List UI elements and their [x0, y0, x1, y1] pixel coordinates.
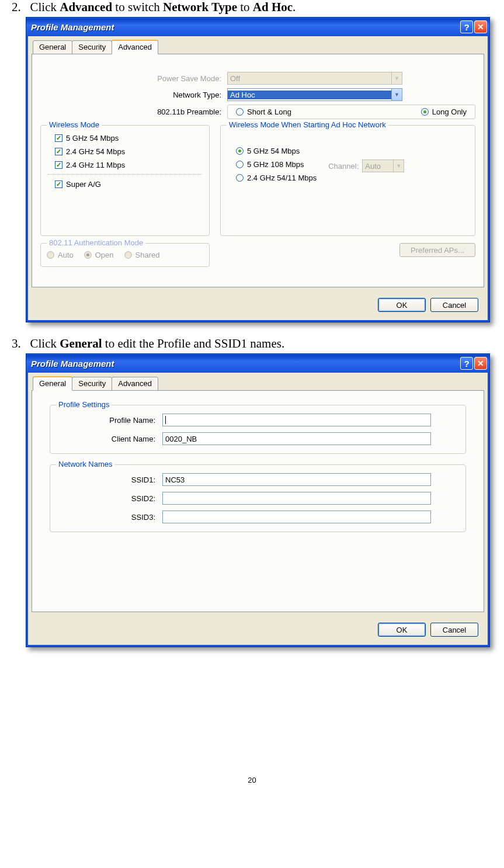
- network-type-combo[interactable]: Ad Hoc ▼: [227, 88, 402, 101]
- network-names-group: Network Names SSID1: NC53 SSID2: SSID3:: [50, 464, 466, 532]
- tab-general[interactable]: General: [33, 40, 72, 55]
- close-button[interactable]: ✕: [474, 20, 487, 33]
- radio-auth-auto: Auto: [47, 251, 74, 259]
- profile-settings-legend: Profile Settings: [56, 400, 112, 409]
- client-name-input[interactable]: 0020_NB: [162, 432, 431, 445]
- client-name-label: Client Name:: [57, 435, 162, 443]
- dialog-buttons: OK Cancel: [32, 293, 484, 317]
- ssid3-input[interactable]: [162, 511, 431, 523]
- dialog-body: General Security Advanced Power Save Mod…: [26, 36, 489, 322]
- radio-long-only[interactable]: Long Only: [421, 107, 467, 116]
- chk-super-ag[interactable]: ✓Super A/G: [55, 180, 101, 189]
- profile-management-dialog-general: Profile Management ? ✕ General Security …: [26, 353, 490, 647]
- wireless-mode-group: Wireless Mode ✓5 GHz 54 Mbps ✓2.4 GHz 54…: [40, 125, 210, 236]
- network-type-label: Network Type:: [40, 91, 227, 99]
- radio-adhoc-24[interactable]: 2.4 GHz 54/11 Mbps: [236, 173, 317, 182]
- profile-settings-group: Profile Settings Profile Name: Client Na…: [50, 405, 466, 454]
- bold-general: General: [60, 336, 102, 350]
- tab-general[interactable]: General: [33, 376, 72, 391]
- general-panel: Profile Settings Profile Name: Client Na…: [32, 390, 484, 612]
- network-names-legend: Network Names: [56, 460, 114, 468]
- cancel-button[interactable]: Cancel: [430, 298, 478, 312]
- page-number: 20: [5, 776, 499, 784]
- adhoc-mode-legend: Wireless Mode When Starting Ad Hoc Netwo…: [227, 120, 388, 129]
- advanced-panel: Power Save Mode: Off ▼ Network Type: Ad …: [32, 54, 484, 287]
- radio-adhoc-5-54[interactable]: 5 GHz 54 Mbps: [236, 147, 317, 155]
- ssid2-label: SSID2:: [57, 494, 162, 503]
- bold-adhoc: Ad Hoc: [253, 0, 293, 14]
- ssid1-label: SSID1:: [57, 475, 162, 484]
- profile-management-dialog-advanced: Profile Management ? ✕ General Security …: [26, 17, 490, 322]
- ssid1-input[interactable]: NC53: [162, 473, 431, 486]
- titlebar: Profile Management ? ✕: [26, 354, 489, 373]
- help-button[interactable]: ?: [460, 357, 473, 370]
- power-save-mode-combo: Off ▼: [227, 72, 402, 85]
- help-button[interactable]: ?: [460, 20, 473, 33]
- step3-number: 3.: [12, 336, 21, 350]
- close-button[interactable]: ✕: [474, 357, 487, 370]
- tab-advanced[interactable]: Advanced: [112, 377, 158, 391]
- tab-advanced[interactable]: Advanced: [112, 40, 158, 54]
- profile-name-input[interactable]: [162, 414, 431, 426]
- tab-security[interactable]: Security: [72, 40, 112, 55]
- auth-mode-legend: 802.11 Authentication Mode: [47, 238, 145, 247]
- tab-security[interactable]: Security: [72, 377, 112, 391]
- window-title: Profile Management: [31, 22, 459, 32]
- channel-label: Channel:: [328, 162, 359, 171]
- ok-button[interactable]: OK: [378, 298, 426, 312]
- preferred-aps-button: Preferred APs...: [399, 243, 475, 257]
- radio-auth-shared: Shared: [124, 251, 160, 259]
- profile-name-label: Profile Name:: [57, 416, 162, 425]
- chevron-down-icon: ▼: [393, 160, 404, 172]
- bold-network-type: Network Type: [163, 0, 237, 14]
- chk-24ghz-54[interactable]: ✓2.4 GHz 54 Mbps: [55, 147, 202, 156]
- auth-mode-group: 802.11 Authentication Mode Auto Open Sha…: [40, 243, 210, 267]
- step2-number: 2.: [12, 0, 21, 14]
- adhoc-mode-group: Wireless Mode When Starting Ad Hoc Netwo…: [220, 125, 475, 236]
- chk-24ghz-11[interactable]: ✓2.4 GHz 11 Mbps: [55, 161, 202, 169]
- chk-5ghz-54[interactable]: ✓5 GHz 54 Mbps: [55, 134, 202, 143]
- window-title: Profile Management: [31, 359, 459, 369]
- tab-strip: General Security Advanced: [33, 376, 484, 391]
- channel-combo: Auto ▼: [362, 159, 404, 172]
- wireless-mode-legend: Wireless Mode: [47, 120, 102, 129]
- dialog-body: General Security Advanced Profile Settin…: [26, 373, 489, 647]
- chevron-down-icon[interactable]: ▼: [391, 89, 402, 100]
- radio-adhoc-5-108[interactable]: 5 GHz 108 Mbps: [236, 160, 317, 169]
- tab-strip: General Security Advanced: [33, 40, 484, 54]
- radio-auth-open: Open: [84, 251, 114, 259]
- cancel-button[interactable]: Cancel: [430, 623, 478, 637]
- step3-instruction: 3. Click General to edit the Profile and…: [19, 336, 499, 351]
- ssid2-input[interactable]: [162, 492, 431, 505]
- ok-button[interactable]: OK: [378, 623, 426, 637]
- chevron-down-icon: ▼: [391, 72, 402, 84]
- power-save-mode-label: Power Save Mode:: [40, 74, 227, 83]
- step2-instruction: 2. Click Advanced to switch Network Type…: [19, 0, 499, 15]
- dialog-buttons: OK Cancel: [32, 618, 484, 641]
- ssid3-label: SSID3:: [57, 513, 162, 522]
- bold-advanced: Advanced: [60, 0, 112, 14]
- titlebar: Profile Management ? ✕: [26, 18, 489, 36]
- preamble-label: 802.11b Preamble:: [40, 107, 227, 116]
- radio-short-long[interactable]: Short & Long: [236, 107, 291, 116]
